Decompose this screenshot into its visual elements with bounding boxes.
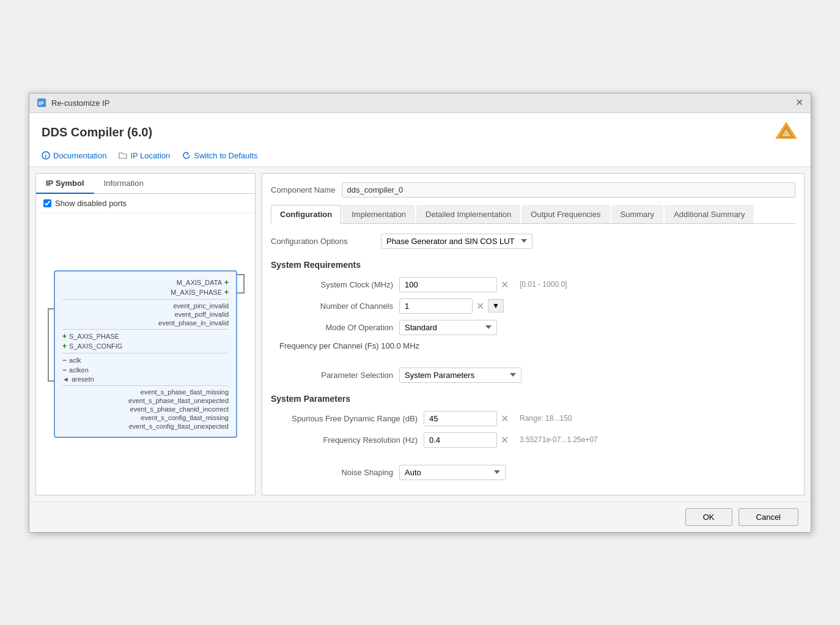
- system-clock-input[interactable]: [399, 277, 497, 292]
- panel-tabs: IP Symbol Information: [36, 174, 255, 194]
- component-name-row: Component Name dds_compiler_0: [271, 182, 795, 198]
- sfdr-label: Spurious Free Dynamic Range (dB): [271, 414, 418, 423]
- tab-detailed-implementation[interactable]: Detailed Implementation: [416, 205, 520, 223]
- num-channels-input-wrap: ✕ ▼: [399, 298, 504, 314]
- mode-operation-label: Mode Of Operation: [271, 323, 393, 332]
- event-s-config-tlast-unexpected: event_s_config_tlast_unexpected: [62, 422, 229, 431]
- system-requirements-section: System Requirements System Clock (MHz) ✕…: [271, 260, 795, 357]
- tab-output-frequencies[interactable]: Output Frequencies: [521, 205, 610, 223]
- parameter-selection-row: Parameter Selection System Parameters Ha…: [271, 368, 795, 383]
- config-tabs-bar: Configuration Implementation Detailed Im…: [271, 205, 795, 224]
- tab-additional-summary[interactable]: Additional Summary: [665, 205, 754, 223]
- sfdr-clear-btn[interactable]: ✕: [499, 413, 510, 424]
- vendor-logo: [774, 120, 798, 145]
- tab-summary[interactable]: Summary: [611, 205, 664, 223]
- port-s-axis-phase: + S_AXIS_PHASE: [62, 331, 229, 341]
- bottom-bar: OK Cancel: [29, 501, 811, 532]
- event-pinc-invalid: event_pinc_invalid: [62, 301, 229, 310]
- system-clock-label: System Clock (MHz): [271, 280, 393, 289]
- folder-icon: [119, 151, 127, 160]
- num-channels-input[interactable]: [399, 298, 473, 314]
- svg-text:IP: IP: [39, 100, 44, 106]
- switch-defaults-button[interactable]: Switch to Defaults: [182, 151, 257, 160]
- title-bar: IP Re-customize IP ✕: [29, 94, 811, 113]
- component-name-value: dds_compiler_0: [342, 182, 796, 198]
- sfdr-range: Range: 18...150: [520, 414, 572, 423]
- config-options-select[interactable]: Phase Generator and SIN COS LUT Phase Ge…: [381, 234, 532, 249]
- config-options-label: Configuration Options: [271, 237, 375, 246]
- num-channels-dropdown-btn[interactable]: ▼: [488, 299, 504, 312]
- main-content: IP Symbol Information Show disabled port…: [29, 167, 811, 501]
- show-disabled-ports-checkbox[interactable]: [43, 199, 51, 207]
- app-header: DDS Compiler (6.0) i Documentation IP: [29, 113, 811, 167]
- documentation-button[interactable]: i Documentation: [42, 151, 106, 160]
- info-icon: i: [42, 151, 50, 160]
- title-bar-left: IP Re-customize IP: [37, 98, 109, 108]
- num-channels-label: Number of Channels: [271, 301, 393, 311]
- parameter-selection-select[interactable]: System Parameters Hardware Parameters: [399, 368, 521, 383]
- title-bar-title: Re-customize IP: [51, 98, 109, 108]
- cancel-button[interactable]: Cancel: [739, 508, 798, 526]
- noise-shaping-select[interactable]: Auto None Phase Taylor Series Corrected: [399, 465, 506, 480]
- freq-resolution-range: 3.55271e-07...1.25e+07: [520, 435, 598, 444]
- system-clock-clear-btn[interactable]: ✕: [499, 279, 510, 290]
- system-parameters-section: System Parameters Spurious Free Dynamic …: [271, 394, 795, 454]
- mode-operation-select[interactable]: Standard Rasterized: [399, 320, 497, 335]
- event-s-config-tlast-missing: event_s_config_tlast_missing: [62, 413, 229, 422]
- tab-implementation[interactable]: Implementation: [342, 205, 415, 223]
- refresh-icon: [182, 151, 191, 160]
- system-parameters-title: System Parameters: [271, 394, 795, 404]
- port-aclk: − aclk: [62, 355, 229, 365]
- freq-resolution-clear-btn[interactable]: ✕: [499, 434, 510, 446]
- component-name-label: Component Name: [271, 185, 336, 194]
- app-icon: IP: [37, 98, 46, 108]
- ip-location-button[interactable]: IP Location: [119, 151, 170, 160]
- event-s-phase-tlast-missing: event_s_phase_tlast_missing: [62, 388, 229, 396]
- system-requirements-title: System Requirements: [271, 260, 795, 270]
- app-title-text: DDS Compiler (6.0): [42, 125, 152, 139]
- sfdr-row: Spurious Free Dynamic Range (dB) ✕ Range…: [271, 411, 795, 426]
- close-button[interactable]: ✕: [795, 98, 803, 108]
- event-s-phase-chanid-incorrect: event_s_phase_chanid_incorrect: [62, 405, 229, 413]
- freq-resolution-input[interactable]: [424, 432, 497, 448]
- tab-ip-symbol[interactable]: IP Symbol: [36, 174, 94, 194]
- sfdr-input[interactable]: [424, 411, 497, 426]
- config-options-row: Configuration Options Phase Generator an…: [271, 234, 795, 249]
- ip-symbol-area: M_AXIS_DATA + M_AXIS_PHASE + event_pinc_…: [36, 213, 255, 495]
- port-s-axis-config: + S_AXIS_CONFIG: [62, 341, 229, 351]
- left-panel: IP Symbol Information Show disabled port…: [35, 173, 256, 495]
- system-clock-row: System Clock (MHz) ✕ [0.01 - 1000.0]: [271, 277, 795, 292]
- right-panel: Component Name dds_compiler_0 Configurat…: [262, 173, 805, 495]
- num-channels-clear-btn[interactable]: ✕: [475, 300, 485, 312]
- mode-operation-row: Mode Of Operation Standard Rasterized: [271, 320, 795, 335]
- freq-resolution-input-wrap: ✕: [424, 432, 510, 448]
- freq-resolution-row: Frequency Resolution (Hz) ✕ 3.55271e-07.…: [271, 432, 795, 448]
- sfdr-input-wrap: ✕: [424, 411, 510, 426]
- noise-shaping-row: Noise Shaping Auto None Phase Taylor Ser…: [271, 465, 795, 480]
- ip-symbol-diagram: M_AXIS_DATA + M_AXIS_PHASE + event_pinc_…: [54, 270, 237, 438]
- event-phase-in-invalid: event_phase_in_invalid: [62, 319, 229, 327]
- freq-resolution-label: Frequency Resolution (Hz): [271, 435, 418, 445]
- num-channels-row: Number of Channels ✕ ▼: [271, 298, 795, 314]
- main-window: IP Re-customize IP ✕ DDS Compiler (6.0) …: [29, 93, 811, 533]
- app-title-row: DDS Compiler (6.0): [42, 120, 798, 145]
- show-disabled-ports-row: Show disabled ports: [36, 194, 255, 213]
- system-clock-input-wrap: ✕: [399, 277, 510, 292]
- port-aresetn: ◄ aresetn: [62, 375, 229, 383]
- tab-information[interactable]: Information: [94, 174, 153, 193]
- event-s-phase-tlast-unexpected: event_s_phase_tlast_unexpected: [62, 396, 229, 405]
- port-m-axis-data: M_AXIS_DATA +: [62, 278, 229, 287]
- parameter-selection-label: Parameter Selection: [271, 371, 393, 380]
- system-clock-range: [0.01 - 1000.0]: [520, 280, 567, 289]
- freq-per-channel: Frequency per Channel (Fs) 100.0 MHz: [279, 341, 795, 350]
- svg-text:i: i: [45, 153, 47, 159]
- tab-configuration[interactable]: Configuration: [271, 205, 341, 224]
- port-aclken: − aclken: [62, 365, 229, 375]
- event-poff-invalid: event_poff_invalid: [62, 310, 229, 319]
- toolbar: i Documentation IP Location Switch to De…: [42, 151, 798, 160]
- noise-shaping-label: Noise Shaping: [271, 468, 393, 477]
- port-m-axis-phase: M_AXIS_PHASE +: [62, 287, 229, 297]
- ok-button[interactable]: OK: [685, 508, 732, 526]
